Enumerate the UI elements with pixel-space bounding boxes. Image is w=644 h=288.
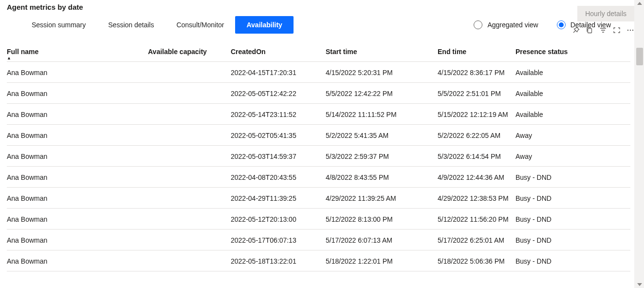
more-options-icon[interactable] [626,26,634,34]
cell-full-name: Ana Bowman [7,190,148,206]
cell-available-capacity [148,131,231,139]
table-row[interactable]: Ana Bowman2022-05-02T05:41:355/2/2022 5:… [7,125,630,146]
sort-ascending-icon: ▲ [7,56,11,59]
cell-available-capacity [148,214,231,223]
cell-created-on: 2022-05-12T20:13:00 [231,211,326,227]
cell-presence-status: Away [515,127,589,143]
filter-icon[interactable] [599,26,607,34]
focus-mode-icon[interactable] [613,26,621,34]
cell-available-capacity [148,173,231,181]
cell-start-time: 5/3/2022 2:59:37 PM [326,148,438,164]
column-header-start-time[interactable]: Start time [326,43,438,59]
cell-presence-status: Busy - DND [515,252,589,269]
cell-start-time: 5/12/2022 8:13:00 PM [326,211,438,227]
cell-presence-status: Busy - DND [515,169,589,185]
cell-start-time: 4/15/2022 5:20:31 PM [326,64,438,80]
cell-available-capacity [148,89,231,97]
cell-end-time: 4/29/2022 12:38:53 PM [438,190,515,206]
cell-available-capacity [148,256,231,265]
cell-presence-status: Available [515,64,589,80]
table-row[interactable]: Ana Bowman2022-04-29T11:39:254/29/2022 1… [7,188,630,209]
cell-created-on: 2022-04-08T20:43:55 [231,169,326,185]
cell-start-time: 4/8/2022 8:43:55 PM [326,169,438,185]
tab-session-summary[interactable]: Session summary [20,16,97,34]
cell-end-time: 5/15/2022 12:12:19 AM [438,106,515,122]
page-title: Agent metrics by date [7,3,630,11]
cell-start-time: 4/29/2022 11:39:25 AM [326,190,438,206]
cell-end-time: 4/9/2022 12:44:36 AM [438,169,515,185]
cell-created-on: 2022-05-14T23:11:52 [231,106,326,122]
cell-full-name: Ana Bowman [7,211,148,227]
tab-consult-monitor[interactable]: Consult/Monitor [165,16,235,34]
cell-end-time: 5/12/2022 11:56:20 PM [438,211,515,227]
cell-start-time: 5/17/2022 6:07:13 AM [326,231,438,248]
svg-point-3 [632,30,633,31]
cell-presence-status: Available [515,85,589,101]
table-row[interactable]: Ana Bowman2022-04-15T17:20:314/15/2022 5… [7,62,630,83]
column-header-available-capacity[interactable]: Available capacity [148,43,231,59]
table-row[interactable]: Ana Bowman2022-05-14T23:11:525/14/2022 1… [7,104,630,125]
aggregated-view-radio[interactable]: Aggregated view [474,20,538,29]
cell-start-time: 5/2/2022 5:41:35 AM [326,127,438,143]
cell-full-name: Ana Bowman [7,169,148,185]
cell-full-name: Ana Bowman [7,64,148,80]
tab-availability[interactable]: Availability [235,16,293,34]
cell-start-time: 5/5/2022 12:42:22 PM [326,85,438,101]
cell-created-on: 2022-05-17T06:07:13 [231,231,326,248]
table-row[interactable]: Ana Bowman2022-05-03T14:59:375/3/2022 2:… [7,146,630,167]
hourly-details-button[interactable]: Hourly details [577,6,634,21]
cell-full-name: Ana Bowman [7,231,148,248]
cell-presence-status: Busy - DND [515,190,589,206]
cell-full-name: Ana Bowman [7,127,148,143]
column-header-created-on[interactable]: CreatedOn [231,43,326,59]
cell-available-capacity [148,152,231,160]
cell-end-time: 5/2/2022 6:22:05 AM [438,127,515,143]
cell-created-on: 2022-04-15T17:20:31 [231,64,326,80]
cell-created-on: 2022-05-02T05:41:35 [231,127,326,143]
cell-end-time: 5/18/2022 5:06:36 PM [438,252,515,269]
cell-created-on: 2022-04-29T11:39:25 [231,190,326,206]
table-row[interactable]: Ana Bowman2022-05-12T20:13:005/12/2022 8… [7,209,630,230]
radio-circle-icon [474,20,482,29]
column-header-presence-status[interactable]: Presence status [515,43,589,59]
cell-end-time: 5/17/2022 6:25:01 AM [438,231,515,248]
tab-session-details[interactable]: Session details [97,16,165,34]
cell-available-capacity [148,68,231,77]
cell-created-on: 2022-05-18T13:22:01 [231,252,326,269]
cell-presence-status: Busy - DND [515,231,589,248]
copy-icon[interactable] [586,26,593,34]
scroll-down-icon[interactable] [637,283,642,286]
table-row[interactable]: Ana Bowman2022-05-05T12:42:225/5/2022 12… [7,83,630,104]
cell-start-time: 5/18/2022 1:22:01 PM [326,252,438,269]
svg-point-2 [630,30,631,31]
table-row[interactable]: Ana Bowman2022-04-08T20:43:554/8/2022 8:… [7,167,630,188]
scrollbar-thumb[interactable] [636,48,643,65]
scroll-up-icon[interactable] [637,2,642,5]
aggregated-view-label: Aggregated view [487,21,538,29]
visual-toolbar [572,26,634,34]
scrollbar-track[interactable] [636,9,643,279]
cell-full-name: Ana Bowman [7,148,148,164]
cell-end-time: 5/3/2022 6:14:54 PM [438,148,515,164]
table-row[interactable]: Ana Bowman2022-05-18T13:22:015/18/2022 1… [7,250,630,271]
cell-presence-status: Away [515,148,589,164]
svg-point-1 [627,30,628,31]
pin-icon[interactable] [572,26,580,34]
cell-available-capacity [148,193,231,202]
cell-full-name: Ana Bowman [7,106,148,122]
column-header-full-name[interactable]: Full name▲ [7,43,148,59]
cell-end-time: 5/5/2022 2:51:01 PM [438,85,515,101]
cell-presence-status: Available [515,106,589,122]
cell-created-on: 2022-05-03T14:59:37 [231,148,326,164]
cell-full-name: Ana Bowman [7,85,148,101]
cell-presence-status: Busy - DND [515,211,589,227]
radio-circle-icon [557,20,566,29]
column-header-end-time[interactable]: End time [438,43,515,59]
cell-available-capacity [148,110,231,118]
cell-end-time: 4/15/2022 8:36:17 PM [438,64,515,80]
cell-created-on: 2022-05-05T12:42:22 [231,85,326,101]
cell-start-time: 5/14/2022 11:11:52 PM [326,106,438,122]
svg-rect-0 [588,29,592,33]
cell-available-capacity [148,235,231,244]
table-row[interactable]: Ana Bowman2022-05-17T06:07:135/17/2022 6… [7,230,630,250]
